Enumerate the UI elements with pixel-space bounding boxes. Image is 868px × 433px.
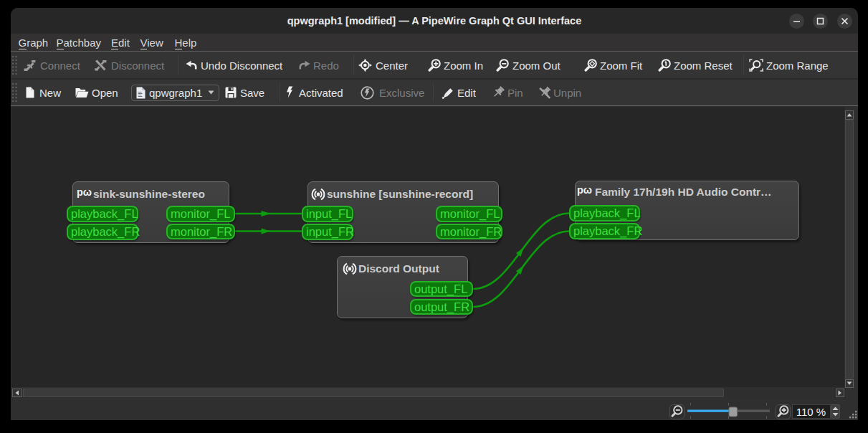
svg-text:pω: pω bbox=[77, 187, 92, 198]
svg-text:pω: pω bbox=[577, 185, 592, 196]
